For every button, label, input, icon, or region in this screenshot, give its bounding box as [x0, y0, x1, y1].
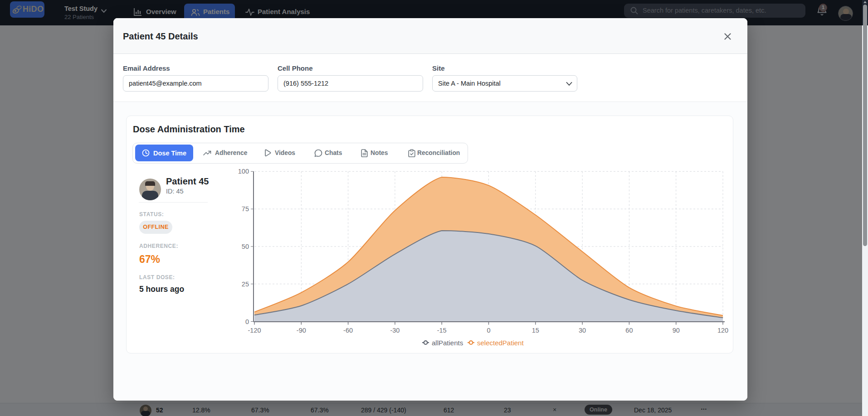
svg-text:30: 30 [579, 327, 586, 334]
svg-text:15: 15 [532, 327, 539, 334]
svg-text:-30: -30 [390, 327, 400, 334]
svg-text:60: 60 [625, 327, 633, 334]
svg-text:0: 0 [245, 318, 249, 325]
svg-text:50: 50 [242, 243, 249, 250]
svg-text:-60: -60 [343, 327, 353, 334]
svg-text:75: 75 [242, 205, 249, 213]
svg-text:selectedPatient: selectedPatient [477, 339, 524, 347]
svg-text:120: 120 [717, 327, 728, 334]
svg-text:100: 100 [238, 168, 249, 175]
svg-text:-90: -90 [297, 327, 306, 334]
svg-text:25: 25 [242, 281, 249, 288]
svg-text:90: 90 [673, 327, 680, 334]
svg-text:-15: -15 [437, 327, 447, 334]
svg-text:-120: -120 [248, 327, 261, 334]
svg-text:allPatients: allPatients [432, 339, 463, 347]
svg-text:0: 0 [487, 327, 490, 334]
